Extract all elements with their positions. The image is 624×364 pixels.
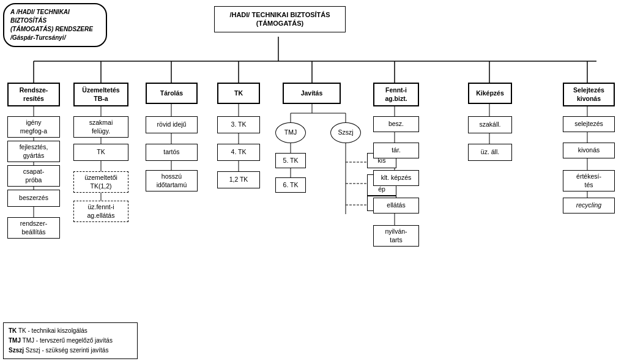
item-klt-kepzes: klt. képzés <box>373 170 419 186</box>
item-selejtezés: selejtezés <box>563 116 615 132</box>
header-uzemeltetes: Üzemeltetés TB-a <box>73 83 128 106</box>
item-6tk: 6. TK <box>275 177 306 193</box>
header-tarolas: Tárolás <box>146 83 198 104</box>
item-besz: besz. <box>373 116 419 132</box>
item-uz-all: üz. áll. <box>468 144 512 161</box>
item-3tk: 3. TK <box>217 116 260 133</box>
item-igeny: igénymegfog-a <box>7 116 60 138</box>
legend-line3: Szszj Szszj - szükség szerinti javítás <box>9 346 132 355</box>
legend-text: A /HADI/ TECHNIKAI BIZTOSÍTÁS(TÁMOGATÁS)… <box>10 9 93 41</box>
bottom-legend: TK TK - technikai kiszolgálás TMJ TMJ - … <box>3 322 138 359</box>
header-rendszeresites: Rendsze-resítés <box>7 83 60 106</box>
item-rovid: rövid idejű <box>146 116 198 133</box>
item-uz-fennt: üz.fennt-i ag.ellátás <box>73 201 128 222</box>
item-beszerzés: beszerzés <box>7 190 60 207</box>
header-kikepzes: Kiképzés <box>468 83 512 104</box>
item-ertekesites: értékesí-tés <box>563 170 615 191</box>
item-rendszerbeallitas: rendszer-beállítás <box>7 217 60 239</box>
item-ellatas: ellátás <box>373 198 419 214</box>
top-legend: A /HADI/ TECHNIKAI BIZTOSÍTÁS(TÁMOGATÁS)… <box>3 3 107 47</box>
item-12tk: 1,2 TK <box>217 171 260 188</box>
item-uzemeltetoi-tk: üzemeltetői TK(1,2) <box>73 171 128 193</box>
header-selejtezés: Selejtezés kivonás <box>563 83 615 106</box>
item-5tk: 5. TK <box>275 153 306 168</box>
item-szszj: Szszj <box>330 122 361 143</box>
item-tk-col2: TK <box>73 144 128 161</box>
item-nyilvan: nyilván-tarts <box>373 225 419 247</box>
item-fejlesztes: fejlesztés,gyártás <box>7 141 60 162</box>
diagram: A /HADI/ TECHNIKAI BIZTOSÍTÁS(TÁMOGATÁS)… <box>0 0 624 364</box>
item-csapatproba: csapat-próba <box>7 165 60 187</box>
item-kivonás: kivonás <box>563 143 615 158</box>
item-tar: tár. <box>373 143 419 158</box>
item-szakall: szakáll. <box>468 116 512 133</box>
header-javitas: Javítás <box>283 83 341 104</box>
item-szakmai: szakmaifelügy. <box>73 116 128 138</box>
item-tartos: tartós <box>146 144 198 161</box>
header-fennt: Fennt-i ag.bizt. <box>373 83 419 106</box>
legend-line2: TMJ TMJ - tervszerű megelőző javítás <box>9 336 132 346</box>
legend-line1: TK TK - technikai kiszolgálás <box>9 326 132 336</box>
header-tk: TK <box>217 83 260 104</box>
item-4tk: 4. TK <box>217 144 260 161</box>
root-node: /HADI/ TECHNIKAI BIZTOSÍTÁS(TÁMOGATÁS) <box>214 6 346 32</box>
item-hosszu: hosszúidőtartamú <box>146 170 198 191</box>
item-tmj: TMJ <box>275 122 306 143</box>
item-recycling: recycling <box>563 198 615 214</box>
